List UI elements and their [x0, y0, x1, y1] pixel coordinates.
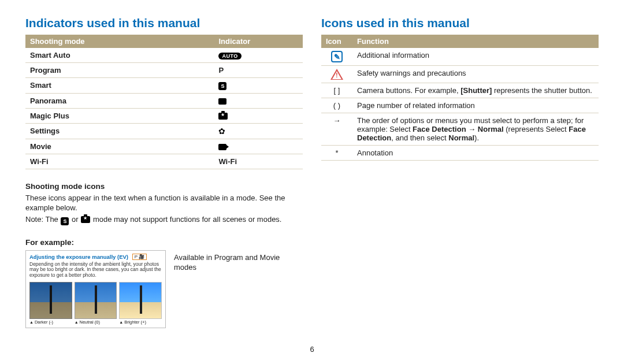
table-row: Smart AutoAUTO: [25, 48, 303, 63]
right-column: Icons used in this manual Icon Function …: [321, 16, 599, 328]
function-cell: Page number of related information: [352, 98, 599, 113]
example-screenshot-desc: Depending on the intensity of the ambien…: [29, 262, 162, 278]
function-cell: Annotation: [352, 146, 599, 161]
indicator-cell: Wi-Fi: [214, 154, 303, 169]
icon-cell: ( ): [321, 98, 352, 113]
table-row: Wi-FiWi-Fi: [25, 154, 303, 169]
settings-gear-icon: ✿: [218, 127, 225, 136]
function-cell: Camera buttons. For example, [Shutter] r…: [352, 83, 599, 98]
indicator-cell: AUTO: [214, 48, 303, 63]
magic-plus-mode-icon: [81, 216, 90, 223]
arrow-glyph: →: [333, 116, 341, 125]
example-thumb-darker: Darker (-): [29, 282, 72, 325]
table-row: SmartS: [25, 78, 303, 94]
th-icon: Icon: [321, 35, 352, 48]
icons-table: Icon Function ✎Additional informationSaf…: [321, 35, 599, 161]
th-shooting-mode: Shooting mode: [25, 35, 214, 48]
example-screenshot: Adjusting the exposure manually (EV) P 🎥…: [25, 250, 166, 328]
icon-cell: →: [321, 113, 352, 146]
function-cell: Safety warnings and precautions: [352, 66, 599, 83]
shooting-mode-cell: Wi-Fi: [25, 154, 214, 169]
star-glyph: *: [335, 148, 338, 157]
indicator-cell: ✿: [214, 123, 303, 139]
shooting-mode-icons-heading: Shooting mode icons: [25, 182, 303, 191]
table-row: Movie: [25, 139, 303, 154]
shooting-mode-cell: Magic Plus: [25, 108, 214, 123]
example-thumb-neutral: Neutral (0): [75, 282, 117, 325]
indicators-table: Shooting mode Indicator Smart AutoAUTOPr…: [25, 35, 303, 169]
table-row: Safety warnings and precautions: [321, 66, 599, 83]
shooting-mode-cell: Panorama: [25, 93, 214, 108]
magic-plus-mode-icon: [218, 113, 228, 120]
smart-mode-icon: S: [61, 217, 69, 225]
page-number: 6: [0, 345, 624, 354]
table-row: Settings✿: [25, 123, 303, 139]
shooting-mode-icons-desc: These icons appear in the text when a fu…: [25, 193, 303, 213]
function-cell: Additional information: [352, 48, 599, 66]
movie-mode-icon: [218, 144, 226, 150]
panorama-mode-icon: [218, 98, 226, 105]
warning-triangle-icon: [330, 69, 343, 80]
th-indicator: Indicator: [214, 35, 303, 48]
icon-cell: [321, 66, 352, 83]
info-square-icon: ✎: [331, 51, 343, 62]
indicator-cell: [214, 108, 303, 123]
parens-glyph: ( ): [333, 101, 340, 110]
table-row: Magic Plus: [25, 108, 303, 123]
table-row: ✎Additional information: [321, 48, 599, 66]
indicator-text: Wi-Fi: [218, 157, 237, 166]
shooting-mode-cell: Program: [25, 63, 214, 78]
th-function: Function: [352, 35, 599, 48]
icon-cell: [ ]: [321, 83, 352, 98]
indicator-cell: [214, 93, 303, 108]
table-row: *Annotation: [321, 146, 599, 161]
indicators-title: Indicators used in this manual: [25, 16, 303, 30]
example-mode-tags: P 🎥: [132, 254, 147, 260]
indicator-cell: P: [214, 63, 303, 78]
shooting-mode-cell: Smart: [25, 78, 214, 94]
for-example-label: For example:: [25, 238, 303, 247]
table-row: [ ]Camera buttons. For example, [Shutter…: [321, 83, 599, 98]
example-figure: Adjusting the exposure manually (EV) P 🎥…: [25, 250, 303, 328]
shooting-mode-cell: Movie: [25, 139, 214, 154]
indicator-text: P: [218, 66, 224, 75]
icons-title: Icons used in this manual: [321, 16, 599, 30]
function-cell: The order of options or menus you must s…: [352, 113, 599, 146]
indicator-cell: S: [214, 78, 303, 94]
table-row: ( )Page number of related information: [321, 98, 599, 113]
brackets-glyph: [ ]: [334, 86, 340, 95]
shooting-mode-icons-note: Note: The S or mode may not support func…: [25, 214, 303, 225]
smart-mode-icon: S: [218, 82, 226, 90]
example-callout: Available in Program and Movie modes: [174, 250, 303, 273]
shooting-mode-cell: Smart Auto: [25, 48, 214, 63]
table-row: ProgramP: [25, 63, 303, 78]
table-row: →The order of options or menus you must …: [321, 113, 599, 146]
icon-cell: ✎: [321, 48, 352, 66]
indicator-cell: [214, 139, 303, 154]
shooting-mode-cell: Settings: [25, 123, 214, 139]
left-column: Indicators used in this manual Shooting …: [25, 16, 303, 328]
auto-pill-icon: AUTO: [218, 53, 241, 60]
icon-cell: *: [321, 146, 352, 161]
example-screenshot-title: Adjusting the exposure manually (EV): [29, 254, 128, 260]
table-row: Panorama: [25, 93, 303, 108]
example-thumb-brighter: Brighter (+): [119, 282, 162, 325]
